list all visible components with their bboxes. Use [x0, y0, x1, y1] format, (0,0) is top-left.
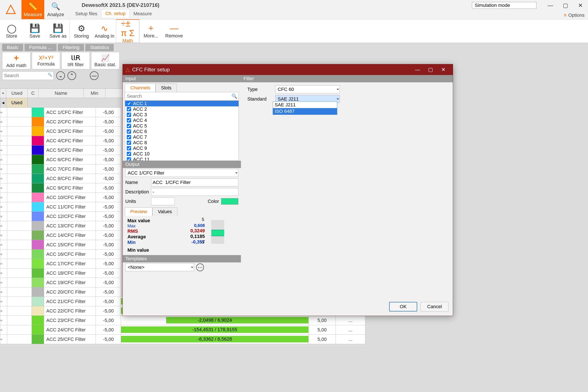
tab-slots[interactable]: Slots: [156, 84, 177, 92]
row-color[interactable]: [32, 240, 44, 250]
subtab-measure[interactable]: Measure: [130, 10, 156, 18]
standard-option-iso[interactable]: ISO 6487: [273, 108, 337, 114]
row-expand[interactable]: ▫: [0, 136, 7, 146]
channel-item[interactable]: ACC 5: [125, 123, 238, 129]
cat-filtering[interactable]: Filtering: [58, 44, 84, 51]
row-color[interactable]: [32, 136, 44, 146]
row-color[interactable]: [32, 230, 44, 240]
row-expand[interactable]: ▫: [0, 117, 7, 126]
row-expand[interactable]: ▫: [0, 146, 7, 155]
basic-stat-button[interactable]: 📈Basic stat.: [91, 52, 120, 69]
tool-more[interactable]: +More...: [139, 19, 162, 43]
mode-analyze[interactable]: 🔍 Analyze: [44, 0, 67, 19]
description-field[interactable]: [151, 188, 238, 196]
row-expand[interactable]: ▫: [0, 325, 7, 334]
move-up-button[interactable]: ⌃: [68, 71, 76, 80]
name-field[interactable]: [151, 178, 238, 186]
add-row-button[interactable]: +: [0, 89, 6, 98]
row-color[interactable]: [32, 316, 44, 325]
channel-item[interactable]: ACC 3: [125, 112, 238, 118]
row-color[interactable]: [32, 193, 44, 202]
row-setup-button[interactable]: ...: [336, 316, 365, 325]
row-color[interactable]: [32, 268, 44, 278]
table-row[interactable]: ▫ACC 25/CFC Filter-5,00-8,3362 / 8,56285…: [0, 334, 365, 344]
add-math-button[interactable]: +Add math: [2, 52, 30, 69]
row-expand[interactable]: ▫: [0, 221, 7, 230]
tool-storing[interactable]: ⚙Storing: [70, 19, 93, 43]
maximize-button[interactable]: ▢: [558, 2, 573, 9]
channel-item[interactable]: ACC 9: [125, 146, 238, 151]
row-expand[interactable]: ▫: [0, 174, 7, 183]
row-expand[interactable]: ▫: [0, 297, 7, 306]
row-color[interactable]: [32, 297, 44, 306]
row-color[interactable]: [32, 221, 44, 230]
dialog-minimize[interactable]: —: [411, 66, 424, 73]
template-select[interactable]: <None>: [125, 263, 194, 271]
cancel-button[interactable]: Cancel: [420, 302, 448, 312]
row-expand[interactable]: ▫: [0, 278, 7, 287]
col-min[interactable]: Min: [84, 89, 106, 98]
options-button[interactable]: ≡ Options: [564, 12, 584, 18]
row-expand[interactable]: ▫: [0, 240, 7, 250]
simulation-mode-badge[interactable]: Simulation mode: [472, 2, 536, 9]
row-color[interactable]: [32, 325, 44, 334]
row-color[interactable]: [32, 108, 44, 117]
units-field[interactable]: [151, 198, 175, 205]
row-color[interactable]: [32, 278, 44, 287]
tab-preview[interactable]: Preview: [125, 208, 152, 216]
color-swatch[interactable]: [221, 198, 238, 204]
row-color[interactable]: [32, 334, 44, 344]
row-expand[interactable]: ▫: [0, 334, 7, 344]
template-more-button[interactable]: ⋯: [196, 264, 204, 271]
channel-checkbox[interactable]: [127, 118, 131, 122]
tab-values[interactable]: Values: [152, 208, 177, 216]
channel-checkbox[interactable]: [127, 102, 131, 106]
channel-checkbox[interactable]: [127, 146, 131, 150]
row-setup-button[interactable]: ...: [336, 334, 365, 344]
collapse-button[interactable]: —: [90, 71, 98, 80]
ok-button[interactable]: OK: [389, 302, 417, 312]
table-row[interactable]: ▫ACC 24/CFC Filter-5,00-154,4531 / 178,9…: [0, 325, 365, 334]
standard-option-sae[interactable]: SAE J211: [273, 102, 337, 108]
row-expand[interactable]: ▫: [0, 250, 7, 259]
type-select[interactable]: CFC 60: [275, 85, 340, 93]
col-name[interactable]: Name: [38, 89, 84, 98]
minimize-button[interactable]: —: [543, 2, 558, 9]
cat-formula[interactable]: Formula ...: [24, 44, 56, 51]
row-color[interactable]: [32, 155, 44, 164]
channel-checkbox[interactable]: [127, 135, 131, 139]
row-color[interactable]: [32, 174, 44, 183]
channel-item[interactable]: ACC 1: [125, 101, 238, 106]
channel-search-input[interactable]: [125, 93, 230, 100]
iir-filter-button[interactable]: ƖƖɌIIR filter: [62, 52, 90, 69]
row-color[interactable]: [32, 202, 44, 212]
row-color[interactable]: [32, 259, 44, 268]
row-expand[interactable]: ▫: [0, 126, 7, 136]
row-color[interactable]: [32, 146, 44, 155]
channel-item[interactable]: ACC 4: [125, 118, 238, 123]
dialog-maximize[interactable]: ▢: [424, 66, 437, 73]
row-expand[interactable]: ▫: [0, 316, 7, 325]
col-used[interactable]: Used: [6, 89, 28, 98]
channel-item[interactable]: ACC 6: [125, 129, 238, 134]
channel-item[interactable]: ACC 11: [125, 157, 238, 161]
row-expand[interactable]: ▫: [0, 268, 7, 278]
row-expand[interactable]: ▫: [0, 259, 7, 268]
row-color[interactable]: [32, 287, 44, 297]
row-color[interactable]: [32, 183, 44, 193]
row-color[interactable]: [32, 306, 44, 316]
channel-item[interactable]: ACC 2: [125, 106, 238, 112]
tab-channels[interactable]: Channels: [125, 84, 156, 92]
row-color[interactable]: [32, 117, 44, 126]
row-expand[interactable]: ▫: [0, 212, 7, 221]
standard-dropdown-list[interactable]: SAE J211 ISO 6487: [273, 102, 337, 115]
cat-basic[interactable]: Basic: [2, 44, 23, 51]
channel-checkbox[interactable]: [127, 130, 131, 134]
row-expand[interactable]: ▫: [0, 230, 7, 240]
col-color[interactable]: C: [28, 89, 38, 98]
subtab-setup-files[interactable]: Setup files: [71, 10, 101, 18]
tool-remove[interactable]: —Remove: [162, 19, 186, 43]
row-expand[interactable]: ▫: [0, 183, 7, 193]
row-expand[interactable]: ▫: [0, 306, 7, 316]
row-expand[interactable]: ▫: [0, 164, 7, 174]
